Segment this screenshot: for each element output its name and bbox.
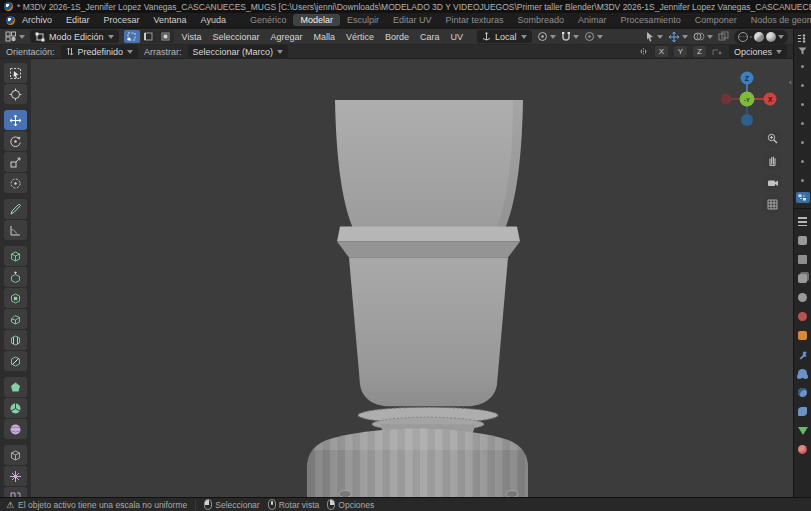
orientation-dropdown[interactable]: Local — [477, 30, 532, 43]
outliner-item-dot[interactable] — [801, 84, 804, 87]
gizmo-minus-z-axis[interactable] — [741, 114, 753, 126]
tool-rotate-button[interactable] — [4, 131, 27, 151]
camera-view-button[interactable] — [763, 173, 782, 192]
tool-measure-button[interactable] — [4, 220, 27, 240]
filter-icon[interactable] — [798, 47, 807, 55]
tool-extrude-region-button[interactable] — [4, 267, 27, 287]
navigation-gizmo[interactable]: Z X -Y — [719, 69, 779, 129]
tool-add-cube-button[interactable] — [4, 246, 27, 266]
gizmo-minus-x-axis[interactable] — [721, 94, 732, 105]
zoom-button[interactable] — [763, 129, 782, 148]
tab-pintar-texturas[interactable]: Pintar texturas — [439, 14, 511, 26]
properties-tab-object-data[interactable] — [797, 425, 808, 436]
properties-editor-icon[interactable] — [796, 192, 810, 203]
proportional-edit-button[interactable] — [584, 31, 603, 42]
menu-borde[interactable]: Borde — [382, 32, 412, 42]
tab-procesamiento[interactable]: Procesamiento — [614, 14, 688, 26]
properties-tab-particles[interactable] — [797, 368, 808, 379]
tool-annotate-button[interactable] — [4, 199, 27, 219]
orientation-preset-dropdown[interactable]: Predefinido — [61, 45, 139, 58]
properties-tab-render[interactable] — [797, 235, 808, 246]
mirror-x-toggle[interactable]: X — [655, 46, 668, 57]
gizmos-toggle-button[interactable] — [668, 31, 688, 43]
menu-uv[interactable]: UV — [448, 32, 467, 42]
menu-vista[interactable]: Vista — [179, 32, 205, 42]
tab-editar-uv[interactable]: Editar UV — [386, 14, 439, 26]
pan-button[interactable] — [763, 151, 782, 170]
properties-tab-view-layer[interactable] — [797, 273, 808, 284]
tab-esculpir[interactable]: Esculpir — [340, 14, 386, 26]
show-gizmo-button[interactable] — [645, 31, 663, 42]
rendered-shading-button[interactable] — [766, 32, 776, 42]
menu-procesar[interactable]: Procesar — [97, 15, 147, 25]
tab-componer[interactable]: Componer — [688, 14, 744, 26]
mode-dropdown[interactable]: Modo Edición — [30, 30, 119, 43]
menu-malla[interactable]: Malla — [310, 32, 338, 42]
outliner-item-dot[interactable] — [801, 122, 804, 125]
tool-options-dropdown[interactable]: Opciones — [729, 45, 787, 58]
menu-seleccionar[interactable]: Seleccionar — [209, 32, 262, 42]
tool-move-button[interactable] — [4, 110, 27, 130]
3d-viewport[interactable]: Z X -Y ‹ — [0, 59, 793, 497]
overlays-toggle-button[interactable] — [693, 31, 713, 42]
tab-animar[interactable]: Animar — [571, 14, 614, 26]
tool-bevel-button[interactable] — [4, 309, 27, 329]
menu-ayuda[interactable]: Ayuda — [194, 15, 233, 25]
tool-select-box-button[interactable] — [4, 63, 27, 83]
xray-toggle-button[interactable] — [718, 31, 729, 42]
outliner-item-dot[interactable] — [801, 160, 804, 163]
drag-mode-dropdown[interactable]: Seleccionar (Marco) — [188, 45, 289, 58]
menu-ventana[interactable]: Ventana — [147, 15, 194, 25]
tool-edge-slide-button[interactable] — [4, 445, 27, 465]
wireframe-shading-button[interactable] — [738, 32, 748, 42]
properties-tab-output[interactable] — [797, 254, 808, 265]
outliner-item-dot[interactable] — [801, 103, 804, 106]
ortho-toggle-button[interactable] — [763, 195, 782, 214]
tab-nodos-geometria[interactable]: Nodos de geometría — [744, 14, 811, 26]
sidebar-collapse-arrow[interactable]: ‹ — [788, 77, 792, 87]
tool-loop-cut-button[interactable] — [4, 330, 27, 350]
outliner-item-dot[interactable] — [801, 141, 804, 144]
properties-tab-modifiers[interactable] — [797, 349, 808, 360]
snap-button[interactable] — [561, 31, 579, 42]
tool-transform-button[interactable] — [4, 173, 27, 193]
menu-agregar[interactable]: Agregar — [267, 32, 305, 42]
edge-select-button[interactable] — [141, 30, 157, 43]
tool-scale-button[interactable] — [4, 152, 27, 172]
properties-tab-tool[interactable] — [797, 216, 808, 227]
solid-shading-button[interactable] — [750, 36, 752, 38]
mirror-z-toggle[interactable]: Z — [693, 46, 706, 57]
outliner-item-dot[interactable] — [801, 65, 804, 68]
tool-knife-button[interactable] — [4, 351, 27, 371]
blender-menu-icon[interactable] — [6, 16, 15, 25]
properties-tab-physics[interactable] — [797, 387, 808, 398]
properties-tab-object[interactable] — [797, 330, 808, 341]
tool-smooth-button[interactable] — [4, 419, 27, 439]
tab-generico[interactable]: Genérico — [243, 14, 294, 26]
menu-archivo[interactable]: Archivo — [15, 15, 59, 25]
menu-cara[interactable]: Cara — [417, 32, 443, 42]
outliner-item-dot[interactable] — [801, 179, 804, 182]
material-preview-button[interactable] — [754, 32, 764, 42]
tool-inset-faces-button[interactable] — [4, 288, 27, 308]
tool-shrink-fatten-button[interactable] — [4, 466, 27, 486]
properties-tab-world[interactable] — [797, 311, 808, 322]
tool-poly-build-button[interactable] — [4, 377, 27, 397]
properties-tab-constraints[interactable] — [797, 406, 808, 417]
mirror-y-toggle[interactable]: Y — [674, 46, 687, 57]
pivot-point-button[interactable] — [537, 31, 556, 42]
tool-spin-button[interactable] — [4, 398, 27, 418]
vertex-select-button[interactable] — [124, 30, 140, 43]
menu-editar[interactable]: Editar — [59, 15, 97, 25]
outliner-icon[interactable] — [797, 34, 808, 43]
tab-sombreado[interactable]: Sombreado — [511, 14, 572, 26]
tool-cursor-button[interactable] — [4, 84, 27, 104]
editor-type-button[interactable] — [5, 31, 25, 42]
tab-modelar[interactable]: Modelar — [293, 14, 340, 26]
menu-vertice[interactable]: Vértice — [343, 32, 377, 42]
face-select-button[interactable] — [158, 30, 174, 43]
properties-tab-material[interactable] — [797, 444, 808, 455]
shading-caret-icon — [778, 35, 784, 39]
tool-rip-region-button[interactable] — [4, 487, 27, 497]
properties-tab-scene[interactable] — [797, 292, 808, 303]
